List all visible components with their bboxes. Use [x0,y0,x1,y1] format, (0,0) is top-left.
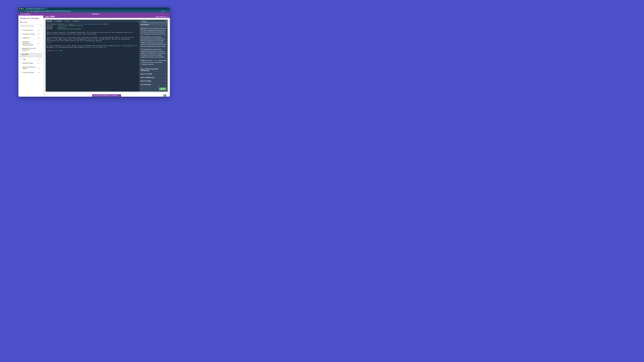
toggle-fullscreen-button[interactable]: Toggle Fullscreen ⤢ [155,16,168,18]
intro-title: Introduction [141,24,149,25]
lesson-item[interactable]: Integrations 0/2 ⌄ [20,36,42,40]
course-title: Datadog 101: Developer [20,17,42,20]
nav-forward-icon[interactable]: → [22,10,23,12]
close-window-icon[interactable] [19,8,20,9]
lesson-title: Course Overview [22,29,37,31]
tab-favicon: ◆ [26,8,27,9]
chevron-up-icon[interactable]: ⌃ [40,43,42,44]
mark-complete-button[interactable]: MARK LESSON COMPLETE & CONTINUE → [92,94,121,97]
step-row-3[interactable]: Step 3: APM Monitors⌄ [139,76,168,79]
lesson-item[interactable]: The Agent on Docker 0/2 ⌄ [20,32,42,36]
chevron-down-icon[interactable]: ⌄ [40,67,42,68]
browser-tab[interactable]: ◆ Datadog 101: Developer - Th × [25,8,46,10]
note-block: Note: You can run creds in the terminal … [141,59,166,66]
dashboard-link-label: Go to Dashboard [20,13,30,15]
terminal-icon: >_ [54,20,56,22]
intro-p3: The Datadog Agent is automatically confi… [141,48,166,58]
lesson-status-icon [20,62,22,64]
link-icon: ⌘ [65,20,66,22]
lesson-item-apm[interactable]: Application Performance Monitoring (APM)… [20,40,42,47]
step-row-conclusion[interactable]: Lab Conclusion⌄ [139,83,168,86]
tab-ide[interactable]: ⌘IDE [64,20,70,22]
chevron-down-icon[interactable]: ⌄ [40,33,42,35]
tab-close-icon[interactable]: × [44,8,45,9]
step-row-1[interactable]: Step 1: Walk Through APM Configuration⌄ [139,67,168,72]
go-to-dashboard-link[interactable]: ‹ Go to Dashboard [20,13,30,15]
step-row-4[interactable]: Step 4: Profiling⌄ [139,79,168,83]
chevron-down-icon[interactable]: ⌄ [40,62,42,64]
search-input[interactable] [20,24,42,27]
chevron-down-icon: ⌄ [165,80,166,82]
lesson-status-icon [20,72,22,73]
profile-icon[interactable]: 👤 [165,10,167,12]
lesson-footer: MARK LESSON COMPLETE & CONTINUE → 😊 [46,93,168,97]
lesson-item[interactable]: Real User Monitoring (RUM) 0/2 ⌄ [20,65,42,70]
check-button[interactable]: Check [159,87,166,90]
url-text[interactable]: learn.datadoghq.com/courses/take/dd-101-… [30,10,157,12]
progress-tab[interactable]: Progress [142,20,165,23]
kebab-menu-icon[interactable]: ⋮ [168,10,169,12]
reload-icon[interactable]: ⟳ [137,20,138,22]
sub-lesson-type: LAB [24,55,26,57]
lesson-count: 0/2 [38,43,40,44]
lab-icon: 🖵 [22,55,23,57]
terminal-prompt[interactable]: root@docker-vm:~/lab# [47,50,62,51]
chevron-down-icon: ⌄ [165,69,166,70]
lesson-list: Course Overview 0/1 ⌄ The Agent on Docke… [20,28,42,96]
lesson-title: Synthetic Testing [22,62,37,64]
tabs-menu-icon[interactable]: ⌄ [168,8,169,9]
chevron-down-icon[interactable]: ⌄ [40,29,42,31]
accordion-intro[interactable]: Introduction ⌃ [139,23,168,26]
sub-lesson-type: TEXT [24,51,26,52]
grid-icon[interactable]: ▦ [166,21,167,22]
lesson-title: Real User Monitoring (RUM) [22,66,37,69]
lesson-title: Lab: APM [45,15,54,18]
sub-status-icon [20,54,21,55]
chevron-down-icon[interactable]: ⌄ [40,72,42,73]
lesson-item[interactable]: Course Overview 0/1 ⌄ [20,28,42,32]
lesson-count: 0/2 [38,58,40,60]
lesson-item[interactable]: Synthetic Testing 0/2 ⌄ [20,61,42,65]
lab-side-panel: › Progress ▦ Introduction ⌃ Application … [139,20,168,92]
lesson-header: Lab: APM Toggle Fullscreen ⤢ [43,15,170,18]
lesson-title: Course Conclusion [22,72,37,73]
new-tab-button[interactable]: + [47,8,48,9]
lesson-item[interactable]: Logs 0/2 ⌄ [20,57,42,61]
progress-word: complete [22,21,28,23]
terminal-body[interactable]: Your Datadog credentials for logging in … [46,22,139,92]
nav-back-icon[interactable]: ← [19,10,21,12]
install-icon[interactable]: ⤓ [158,10,159,12]
extensions-icon[interactable]: ▣ [162,10,164,12]
lesson-status-icon [20,33,22,35]
star-icon[interactable]: ☆ [160,10,162,12]
note-label: Note: [142,60,145,61]
lesson-title: Integrations [22,37,37,39]
maximize-window-icon[interactable] [23,8,24,9]
datadog-icon: 🐾 [90,13,92,15]
lock-icon: 🔒 [27,10,29,12]
brand-logo: 🐾 DATADOG [30,13,158,15]
chat-fab[interactable]: 😊 [164,94,166,97]
sub-lesson-apm-text[interactable]: Application Performance Management 🗎TEXT [20,47,42,53]
window-controls [19,8,24,9]
chevron-down-icon[interactable]: ⌄ [40,37,42,39]
nav-reload-icon[interactable]: ⟳ [24,10,26,12]
chevron-down-icon[interactable]: ▾ [40,25,41,26]
chevron-up-icon: ⌃ [165,23,166,25]
minimize-window-icon[interactable] [21,8,22,9]
lesson-item[interactable]: Course Conclusion 0/2 ⌄ [20,70,42,74]
sub-status-icon [20,48,21,49]
panel-expand-icon[interactable]: › [140,21,141,22]
tab-storedog[interactable]: ↗Storedog [72,20,80,22]
browser-window: ◆ Datadog 101: Developer - Th × + ⌄ ← → … [18,7,170,97]
lesson-title: Logs [22,58,37,60]
lesson-count: 0/2 [38,37,40,39]
tab-terminal[interactable]: >_Terminal [54,20,62,22]
sub-lesson-title: Lab: APM [22,54,42,55]
chevron-down-icon[interactable]: ⌄ [40,58,42,60]
lesson-search[interactable]: ▾ [20,24,42,27]
sub-lesson-lab-apm[interactable]: Lab: APM 🖵LAB [20,53,42,57]
step-row-2[interactable]: Step 2: Tour APM⌄ [139,72,168,76]
lesson-title: Application Performance Monitoring (APM) [22,41,37,46]
intro-body: Application traces are continuous stream… [139,26,168,67]
